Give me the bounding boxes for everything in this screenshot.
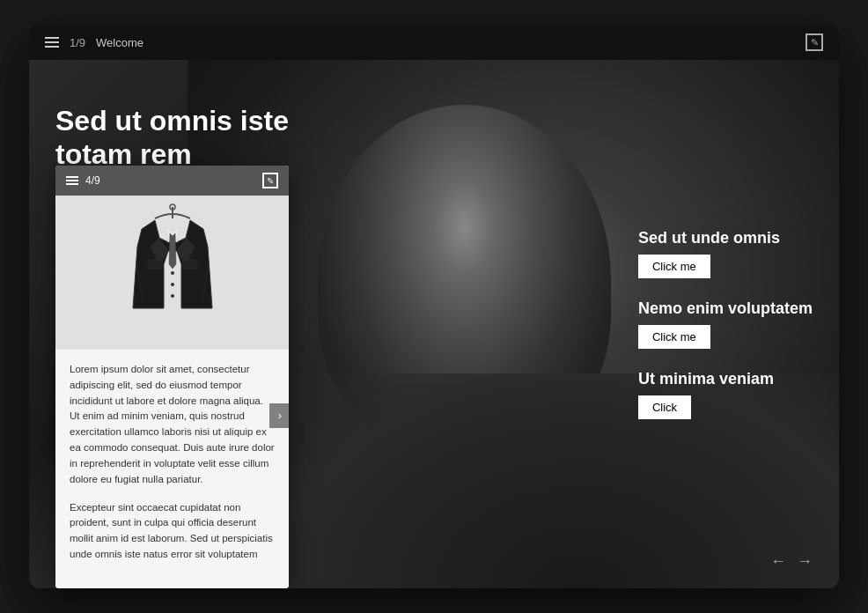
edit-icon-top[interactable]	[805, 33, 823, 51]
prev-arrow[interactable]: ←	[770, 552, 786, 571]
svg-point-3	[171, 283, 174, 286]
click-btn-1[interactable]: Click me	[638, 255, 710, 278]
svg-rect-5	[148, 260, 162, 269]
card-body-text-2: Excepteur sint occaecat cupidatat non pr…	[70, 500, 275, 563]
top-bar-left: 1/9 Welcome	[45, 36, 143, 49]
content-item-title-1: Sed ut unde omnis	[638, 229, 813, 247]
right-content: Sed ut unde omnis Click me Nemo enim vol…	[638, 229, 813, 419]
suit-svg	[120, 203, 225, 343]
card-counter: 4/9	[85, 174, 100, 187]
overlay-card: 4/9	[55, 166, 289, 588]
next-arrow[interactable]: →	[797, 552, 813, 571]
content-item-2: Nemo enim voluptatem Click me	[638, 299, 813, 349]
card-hamburger-icon[interactable]	[66, 176, 78, 185]
card-edit-icon[interactable]	[262, 173, 278, 188]
card-body-text-1: Lorem ipsum dolor sit amet, consectetur …	[70, 362, 275, 488]
slide-counter: 1/9	[70, 36, 85, 49]
screen-wrapper: 1/9 Welcome Sed ut omnis iste totam rem …	[29, 25, 839, 588]
card-next-button[interactable]: ›	[269, 403, 289, 428]
content-item-3: Ut minima veniam Click	[638, 370, 813, 419]
hamburger-icon[interactable]	[45, 37, 59, 48]
card-top-bar: 4/9	[55, 166, 289, 196]
top-bar: 1/9 Welcome	[29, 25, 839, 60]
svg-rect-6	[183, 260, 197, 269]
card-image-area	[55, 196, 289, 350]
content-item-title-2: Nemo enim voluptatem	[638, 299, 813, 318]
click-btn-3[interactable]: Click	[638, 395, 691, 419]
content-item-title-3: Ut minima veniam	[638, 370, 813, 388]
svg-point-4	[171, 294, 174, 298]
slide-title: Welcome	[96, 36, 143, 49]
card-text-area: Lorem ipsum dolor sit amet, consectetur …	[55, 350, 289, 588]
main-heading: Sed ut omnis iste totam rem	[55, 104, 337, 172]
card-top-left: 4/9	[66, 174, 100, 187]
click-btn-2[interactable]: Click me	[638, 325, 710, 349]
nav-arrows: ← →	[770, 552, 813, 571]
content-item-1: Sed ut unde omnis Click me	[638, 229, 813, 278]
svg-point-2	[171, 271, 174, 275]
